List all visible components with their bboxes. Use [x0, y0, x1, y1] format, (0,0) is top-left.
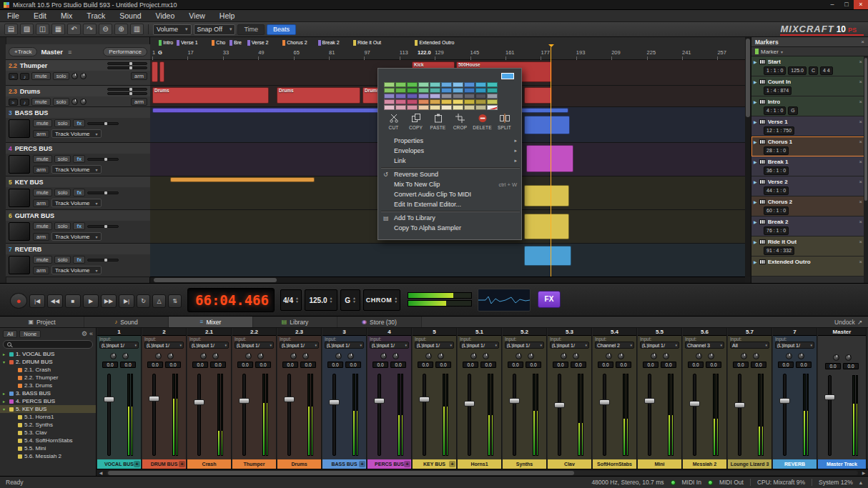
tab-mixer[interactable]: ≡Mixer	[169, 317, 253, 327]
expand-icon[interactable]: ▸	[3, 399, 7, 404]
fader-handle[interactable]	[644, 398, 655, 404]
play-from-marker-icon[interactable]: ▶	[754, 59, 757, 64]
pan-slider[interactable]	[107, 92, 147, 95]
color-swatch[interactable]	[384, 105, 395, 110]
solo-button[interactable]: solo	[54, 222, 71, 230]
strip-name[interactable]: Synths	[503, 459, 546, 469]
strip-number[interactable]: Master	[818, 328, 866, 336]
tempo-control[interactable]: 125.0▲▼	[305, 289, 337, 311]
color-swatch[interactable]	[453, 105, 463, 110]
play-from-marker-icon[interactable]: ▶	[754, 239, 757, 244]
eq-low-knob[interactable]	[470, 353, 477, 359]
input-select[interactable]: (L)Input 1/▾	[189, 342, 229, 349]
fx-button[interactable]: fx	[73, 119, 85, 127]
lane-reverb[interactable]	[150, 244, 745, 277]
punch-button[interactable]: ⇅	[168, 294, 182, 308]
strip-number[interactable]: 7	[773, 328, 817, 336]
menu-item-copy-to-alpha-sampler[interactable]: Copy To Alpha Sampler	[378, 223, 523, 233]
tree-item-5-key-bus[interactable]: ▾5. KEY BUS	[0, 405, 96, 413]
timeline-ruler[interactable]: 1173349658197113129145161177193209225241…	[150, 37, 745, 60]
waveform-icon[interactable]: ≈	[9, 99, 18, 106]
input-select[interactable]: (L)Input 1/▾	[775, 342, 814, 349]
color-swatch[interactable]	[487, 82, 498, 87]
color-swatch[interactable]	[430, 88, 440, 93]
color-swatch[interactable]	[407, 88, 418, 93]
fader-handle[interactable]	[599, 399, 610, 405]
send-knob[interactable]	[80, 99, 87, 105]
solo-button[interactable]: solo	[54, 119, 71, 127]
delete-button[interactable]: DELETE	[471, 113, 493, 131]
marker-position[interactable]: 12 : 1 : 750	[764, 126, 794, 135]
color-swatch[interactable]	[418, 82, 429, 87]
eq-high-knob[interactable]	[257, 353, 264, 359]
marker-position[interactable]: 60 : 1 : 0	[764, 206, 789, 215]
scale-control[interactable]: CHROM▲▼	[363, 289, 400, 311]
marker-row-start[interactable]: ▶Start×1 : 1 : 0125.0C4 4	[751, 56, 864, 76]
mute-button[interactable]: mute	[33, 222, 52, 230]
fader-track[interactable]	[513, 374, 516, 456]
scrollbar-thumb[interactable]	[108, 471, 574, 475]
strip-name[interactable]: REVERB	[773, 459, 817, 469]
color-swatch[interactable]	[441, 88, 452, 93]
color-swatch[interactable]	[487, 94, 498, 99]
input-select[interactable]: (L)Input 1/▾	[415, 342, 454, 349]
color-swatch[interactable]	[395, 88, 406, 93]
fader-handle[interactable]	[464, 401, 475, 407]
menu-icon[interactable]: ≡	[68, 49, 71, 56]
fader-handle[interactable]	[779, 398, 790, 404]
menu-item-link[interactable]: Link▸	[378, 156, 523, 166]
pan-slider[interactable]	[107, 66, 147, 69]
timeline-marker-ride-it-out[interactable]: Ride it Out	[353, 39, 381, 46]
eq-high-knob[interactable]	[528, 353, 534, 359]
marker-position[interactable]: 28 : 1 : 0	[764, 146, 789, 155]
color-swatch[interactable]	[464, 82, 475, 87]
volume-slider[interactable]	[87, 259, 119, 262]
color-swatch[interactable]	[464, 99, 475, 104]
scroll-left-icon[interactable]: ◀	[97, 470, 105, 475]
vertical-scrollbar[interactable]	[745, 37, 751, 277]
fader-track[interactable]	[648, 374, 651, 456]
spinner-icon[interactable]: ▲▼	[394, 297, 398, 304]
fader-handle[interactable]	[239, 398, 250, 404]
fx-button[interactable]: fx	[73, 155, 85, 163]
clip[interactable]	[524, 116, 570, 134]
strip-name[interactable]: Thumper	[232, 459, 276, 469]
delete-marker-icon[interactable]: ×	[859, 79, 862, 85]
eq-high-knob[interactable]	[438, 353, 444, 359]
fader-track[interactable]	[107, 374, 111, 456]
eq-low-knob[interactable]	[425, 353, 432, 359]
tab-store-30[interactable]: ◉Store (30)	[337, 317, 422, 327]
input-select[interactable]: (L)Input 1/▾	[550, 342, 589, 349]
tree-item-2-1-crash[interactable]: 2.1. Crash	[0, 366, 96, 374]
play-from-marker-icon[interactable]: ▶	[754, 179, 757, 184]
strip-name[interactable]: Clav	[548, 459, 591, 469]
play-from-marker-icon[interactable]: ▶	[754, 119, 757, 124]
input-select[interactable]: Channel 3▾	[685, 342, 724, 349]
collapse-panel-icon[interactable]: «	[89, 330, 93, 337]
eq-low-knob[interactable]	[380, 353, 387, 359]
menu-item-reverse-sound[interactable]: ↺Reverse Sound	[378, 169, 523, 179]
eq-high-knob[interactable]	[753, 353, 759, 359]
menu-video[interactable]: Video	[149, 10, 182, 22]
eq-high-knob[interactable]	[212, 353, 219, 359]
strip-name[interactable]: Mini	[638, 459, 681, 469]
eq-low-knob[interactable]	[335, 353, 342, 359]
tree-item-5-3-clav[interactable]: 5.3. Clav	[0, 429, 96, 437]
speaker-icon[interactable]: ♪	[20, 73, 29, 80]
input-select[interactable]: (L)Input 1/▾	[99, 342, 139, 349]
mixer-scrollbar[interactable]: ◀ ▶	[97, 469, 868, 476]
strip-number[interactable]: 5.2	[503, 328, 546, 336]
menu-mix[interactable]: Mix	[54, 10, 79, 22]
fast-forward-button[interactable]: ▶▶	[101, 294, 117, 308]
save-icon[interactable]: ◫	[36, 24, 49, 35]
input-select[interactable]: (L)Input 1/▾	[370, 342, 409, 349]
arm-button[interactable]: arm	[33, 267, 49, 274]
solo-button[interactable]: solo	[53, 98, 70, 106]
selected-color-chip[interactable]	[501, 73, 514, 79]
clip-drums[interactable]: Drums	[277, 87, 360, 104]
color-swatch[interactable]	[475, 105, 486, 110]
color-swatch[interactable]	[418, 99, 429, 104]
input-select[interactable]: (L)Input 1/▾	[460, 342, 499, 349]
eq-low-knob[interactable]	[651, 353, 657, 359]
marker-row-ride-it-out[interactable]: ▶Ride it Out×91 : 4 : 332	[751, 236, 864, 257]
